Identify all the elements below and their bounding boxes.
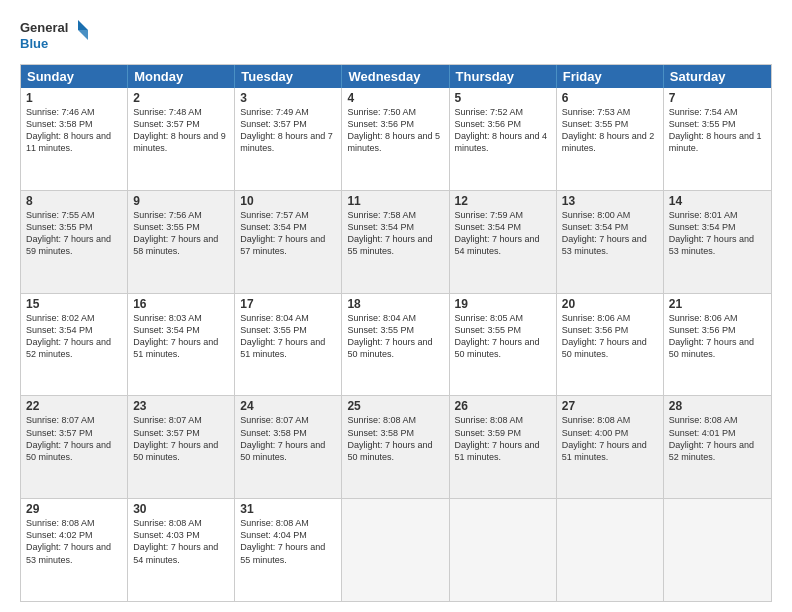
calendar-cell: 10 Sunrise: 7:57 AM Sunset: 3:54 PM Dayl…	[235, 191, 342, 293]
daylight-text: Daylight: 7 hours and 51 minutes.	[455, 440, 540, 462]
sunrise-text: Sunrise: 8:07 AM	[133, 415, 202, 425]
calendar-cell: 19 Sunrise: 8:05 AM Sunset: 3:55 PM Dayl…	[450, 294, 557, 396]
day-number: 9	[133, 194, 229, 208]
daylight-text: Daylight: 8 hours and 1 minute.	[669, 131, 762, 153]
calendar-row-3: 22 Sunrise: 8:07 AM Sunset: 3:57 PM Dayl…	[21, 395, 771, 498]
calendar-cell: 29 Sunrise: 8:08 AM Sunset: 4:02 PM Dayl…	[21, 499, 128, 601]
daylight-text: Daylight: 7 hours and 50 minutes.	[240, 440, 325, 462]
day-number: 18	[347, 297, 443, 311]
cell-info: Sunrise: 8:05 AM Sunset: 3:55 PM Dayligh…	[455, 312, 551, 361]
sunset-text: Sunset: 3:55 PM	[669, 119, 736, 129]
header-tuesday: Tuesday	[235, 65, 342, 88]
header-saturday: Saturday	[664, 65, 771, 88]
calendar-header: Sunday Monday Tuesday Wednesday Thursday…	[21, 65, 771, 88]
calendar-cell: 13 Sunrise: 8:00 AM Sunset: 3:54 PM Dayl…	[557, 191, 664, 293]
calendar-cell: 16 Sunrise: 8:03 AM Sunset: 3:54 PM Dayl…	[128, 294, 235, 396]
sunrise-text: Sunrise: 7:56 AM	[133, 210, 202, 220]
sunset-text: Sunset: 3:55 PM	[240, 325, 307, 335]
daylight-text: Daylight: 7 hours and 54 minutes.	[133, 542, 218, 564]
cell-info: Sunrise: 8:08 AM Sunset: 3:58 PM Dayligh…	[347, 414, 443, 463]
sunrise-text: Sunrise: 8:03 AM	[133, 313, 202, 323]
cell-info: Sunrise: 8:08 AM Sunset: 4:02 PM Dayligh…	[26, 517, 122, 566]
cell-info: Sunrise: 8:08 AM Sunset: 4:00 PM Dayligh…	[562, 414, 658, 463]
day-number: 30	[133, 502, 229, 516]
daylight-text: Daylight: 7 hours and 52 minutes.	[669, 440, 754, 462]
calendar-row-2: 15 Sunrise: 8:02 AM Sunset: 3:54 PM Dayl…	[21, 293, 771, 396]
cell-info: Sunrise: 8:07 AM Sunset: 3:57 PM Dayligh…	[133, 414, 229, 463]
calendar-cell: 23 Sunrise: 8:07 AM Sunset: 3:57 PM Dayl…	[128, 396, 235, 498]
day-number: 10	[240, 194, 336, 208]
daylight-text: Daylight: 7 hours and 55 minutes.	[240, 542, 325, 564]
daylight-text: Daylight: 7 hours and 55 minutes.	[347, 234, 432, 256]
daylight-text: Daylight: 7 hours and 53 minutes.	[26, 542, 111, 564]
sunrise-text: Sunrise: 8:07 AM	[26, 415, 95, 425]
calendar-body: 1 Sunrise: 7:46 AM Sunset: 3:58 PM Dayli…	[21, 88, 771, 601]
sunrise-text: Sunrise: 7:58 AM	[347, 210, 416, 220]
calendar-cell: 11 Sunrise: 7:58 AM Sunset: 3:54 PM Dayl…	[342, 191, 449, 293]
daylight-text: Daylight: 8 hours and 7 minutes.	[240, 131, 333, 153]
daylight-text: Daylight: 7 hours and 53 minutes.	[562, 234, 647, 256]
calendar-row-4: 29 Sunrise: 8:08 AM Sunset: 4:02 PM Dayl…	[21, 498, 771, 601]
sunset-text: Sunset: 3:55 PM	[347, 325, 414, 335]
svg-marker-3	[78, 30, 88, 40]
svg-text:Blue: Blue	[20, 36, 48, 51]
sunrise-text: Sunrise: 7:50 AM	[347, 107, 416, 117]
calendar-cell: 27 Sunrise: 8:08 AM Sunset: 4:00 PM Dayl…	[557, 396, 664, 498]
day-number: 20	[562, 297, 658, 311]
cell-info: Sunrise: 7:48 AM Sunset: 3:57 PM Dayligh…	[133, 106, 229, 155]
calendar-cell: 7 Sunrise: 7:54 AM Sunset: 3:55 PM Dayli…	[664, 88, 771, 190]
sunrise-text: Sunrise: 8:08 AM	[240, 518, 309, 528]
calendar-cell: 8 Sunrise: 7:55 AM Sunset: 3:55 PM Dayli…	[21, 191, 128, 293]
sunset-text: Sunset: 3:54 PM	[240, 222, 307, 232]
calendar: Sunday Monday Tuesday Wednesday Thursday…	[20, 64, 772, 602]
calendar-cell: 14 Sunrise: 8:01 AM Sunset: 3:54 PM Dayl…	[664, 191, 771, 293]
daylight-text: Daylight: 7 hours and 57 minutes.	[240, 234, 325, 256]
sunrise-text: Sunrise: 7:55 AM	[26, 210, 95, 220]
day-number: 22	[26, 399, 122, 413]
cell-info: Sunrise: 8:08 AM Sunset: 3:59 PM Dayligh…	[455, 414, 551, 463]
cell-info: Sunrise: 7:57 AM Sunset: 3:54 PM Dayligh…	[240, 209, 336, 258]
sunset-text: Sunset: 3:54 PM	[669, 222, 736, 232]
calendar-cell: 22 Sunrise: 8:07 AM Sunset: 3:57 PM Dayl…	[21, 396, 128, 498]
sunset-text: Sunset: 3:55 PM	[455, 325, 522, 335]
day-number: 5	[455, 91, 551, 105]
cell-info: Sunrise: 7:53 AM Sunset: 3:55 PM Dayligh…	[562, 106, 658, 155]
calendar-cell: 6 Sunrise: 7:53 AM Sunset: 3:55 PM Dayli…	[557, 88, 664, 190]
calendar-row-1: 8 Sunrise: 7:55 AM Sunset: 3:55 PM Dayli…	[21, 190, 771, 293]
cell-info: Sunrise: 7:46 AM Sunset: 3:58 PM Dayligh…	[26, 106, 122, 155]
cell-info: Sunrise: 8:04 AM Sunset: 3:55 PM Dayligh…	[240, 312, 336, 361]
header-monday: Monday	[128, 65, 235, 88]
calendar-cell	[342, 499, 449, 601]
daylight-text: Daylight: 7 hours and 53 minutes.	[669, 234, 754, 256]
sunset-text: Sunset: 3:54 PM	[347, 222, 414, 232]
daylight-text: Daylight: 7 hours and 59 minutes.	[26, 234, 111, 256]
calendar-cell: 20 Sunrise: 8:06 AM Sunset: 3:56 PM Dayl…	[557, 294, 664, 396]
sunset-text: Sunset: 4:02 PM	[26, 530, 93, 540]
sunrise-text: Sunrise: 8:08 AM	[26, 518, 95, 528]
sunset-text: Sunset: 3:59 PM	[455, 428, 522, 438]
cell-info: Sunrise: 8:00 AM Sunset: 3:54 PM Dayligh…	[562, 209, 658, 258]
day-number: 6	[562, 91, 658, 105]
sunset-text: Sunset: 3:55 PM	[133, 222, 200, 232]
calendar-cell: 2 Sunrise: 7:48 AM Sunset: 3:57 PM Dayli…	[128, 88, 235, 190]
header-wednesday: Wednesday	[342, 65, 449, 88]
cell-info: Sunrise: 7:56 AM Sunset: 3:55 PM Dayligh…	[133, 209, 229, 258]
sunrise-text: Sunrise: 7:57 AM	[240, 210, 309, 220]
day-number: 21	[669, 297, 766, 311]
day-number: 26	[455, 399, 551, 413]
sunrise-text: Sunrise: 8:08 AM	[133, 518, 202, 528]
cell-info: Sunrise: 8:01 AM Sunset: 3:54 PM Dayligh…	[669, 209, 766, 258]
cell-info: Sunrise: 7:58 AM Sunset: 3:54 PM Dayligh…	[347, 209, 443, 258]
sunset-text: Sunset: 3:54 PM	[133, 325, 200, 335]
sunrise-text: Sunrise: 7:53 AM	[562, 107, 631, 117]
daylight-text: Daylight: 7 hours and 54 minutes.	[455, 234, 540, 256]
calendar-cell	[557, 499, 664, 601]
daylight-text: Daylight: 8 hours and 9 minutes.	[133, 131, 226, 153]
sunset-text: Sunset: 3:56 PM	[455, 119, 522, 129]
logo-svg: General Blue	[20, 16, 90, 56]
calendar-cell: 12 Sunrise: 7:59 AM Sunset: 3:54 PM Dayl…	[450, 191, 557, 293]
sunset-text: Sunset: 3:55 PM	[26, 222, 93, 232]
cell-info: Sunrise: 7:52 AM Sunset: 3:56 PM Dayligh…	[455, 106, 551, 155]
sunset-text: Sunset: 3:57 PM	[133, 119, 200, 129]
sunrise-text: Sunrise: 8:05 AM	[455, 313, 524, 323]
